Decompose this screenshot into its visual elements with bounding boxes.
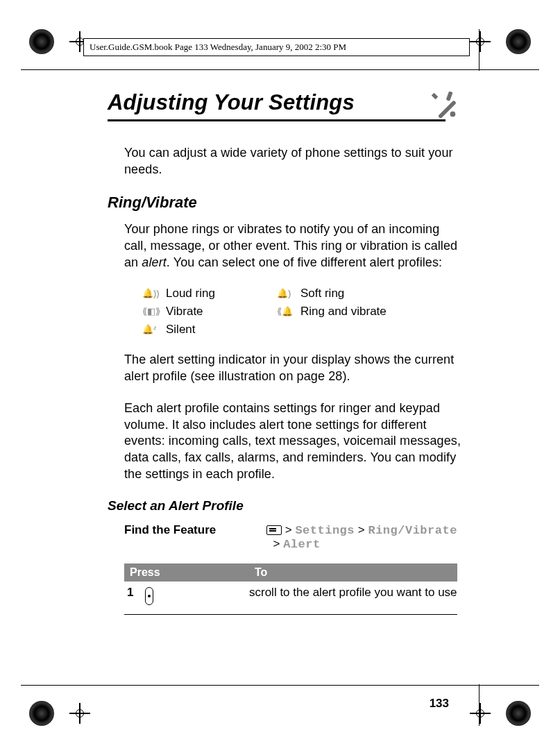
find-feature-label: Find the Feature [124, 523, 232, 551]
find-the-feature: Find the Feature > Settings > Ring/Vibra… [124, 523, 461, 551]
table-header: Press To [124, 563, 457, 582]
step-description: scroll to the alert profile you want to … [249, 586, 457, 607]
subsection-heading-select-alert: Select an Alert Profile [108, 498, 461, 514]
crop-rule-bottom [21, 685, 539, 686]
alert-profile-grid: 🔔)) Loud ring 🔔) Soft ring ⟪◧⟫ Vibrate ⟪… [142, 287, 461, 337]
crop-medallion [506, 29, 531, 54]
col-to: To [249, 563, 457, 582]
crop-medallion [506, 701, 531, 726]
path-segment-ringvibrate: Ring/Vibrate [368, 524, 457, 537]
ring-paragraph-1: Your phone rings or vibrates to notify y… [124, 221, 461, 271]
path-segment-settings: Settings [295, 524, 355, 537]
step-key [145, 586, 249, 607]
ring-and-vibrate-icon: ⟪🔔 [277, 306, 300, 316]
crop-rule-top [21, 69, 539, 70]
profile-label: Ring and vibrate [300, 305, 418, 319]
path-segment-alert: Alert [283, 538, 321, 551]
profile-label: Loud ring [166, 287, 277, 300]
soft-ring-icon: 🔔) [277, 288, 300, 298]
title-underline [108, 119, 446, 121]
path-separator: > [273, 537, 280, 550]
path-separator: > [285, 523, 292, 536]
scroll-key-icon [145, 587, 153, 605]
vibrate-icon: ⟪◧⟫ [142, 306, 166, 316]
page-title: Adjusting Your Settings [108, 90, 461, 115]
text: . You can select one of five different a… [167, 255, 442, 269]
step-number: 1 [124, 586, 145, 607]
silent-icon: 🔔ᶻ [142, 324, 166, 334]
document-path-header: User.Guide.GSM.book Page 133 Wednesday, … [83, 38, 470, 56]
registration-cross-icon [470, 31, 491, 52]
table-row: 1 scroll to the alert profile you want t… [124, 582, 457, 615]
page-number: 133 [430, 697, 449, 711]
intro-paragraph: You can adjust a wide variety of phone s… [124, 145, 461, 178]
profile-label: Vibrate [166, 305, 277, 319]
ring-paragraph-2: The alert setting indicator in your disp… [124, 352, 461, 385]
menu-key-icon [266, 525, 282, 535]
section-heading-ring-vibrate: Ring/Vibrate [108, 194, 461, 212]
profile-label: Silent [166, 323, 277, 337]
alert-term: alert [142, 255, 167, 269]
path-separator: > [358, 523, 365, 536]
crop-rule-v [479, 684, 480, 726]
steps-table: Press To 1 scroll to the alert profile y… [124, 563, 457, 615]
crop-medallion [29, 29, 54, 54]
registration-cross-icon [69, 703, 90, 724]
profile-label: Soft ring [300, 287, 418, 300]
ring-paragraph-3: Each alert profile contains settings for… [124, 400, 461, 484]
crop-medallion [29, 701, 54, 726]
crop-rule-v [479, 29, 480, 71]
menu-path: > Settings > Ring/Vibrate > Alert [266, 523, 457, 551]
registration-cross-icon [470, 703, 491, 724]
loud-ring-icon: 🔔)) [142, 288, 166, 298]
col-press: Press [124, 563, 249, 582]
